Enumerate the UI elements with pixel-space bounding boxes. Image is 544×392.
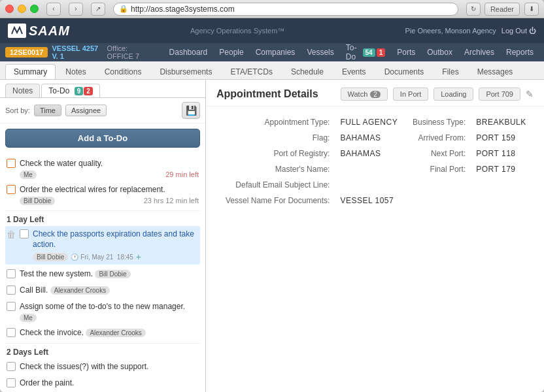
table-row: Vessel Name For Documents: VESSEL 1057 <box>216 193 534 208</box>
nav-outbox[interactable]: Outbox <box>422 43 458 61</box>
table-row: Port of Registry: BAHAMAS Next Port: POR… <box>216 146 534 161</box>
watch-button[interactable]: Watch 2 <box>341 88 388 101</box>
todo-item: Check the issues(?) with the support. <box>5 359 200 375</box>
downloads-button[interactable]: ⬇ <box>524 3 539 16</box>
panel-todo-badge-green: 9 <box>75 87 84 95</box>
tab-summary[interactable]: Summary <box>5 64 56 79</box>
nav-companies[interactable]: Companies <box>250 43 301 61</box>
tab-etaetcds[interactable]: ETA/ETCDs <box>222 64 280 79</box>
loading-button[interactable]: Loading <box>434 88 473 101</box>
assignee-inline-4: Bill Dobie <box>95 270 130 278</box>
tab-schedule[interactable]: Schedule <box>282 64 332 79</box>
right-panel: Appointment Details Watch 2 In Port Load… <box>206 80 544 392</box>
sort-by-time[interactable]: Time <box>34 105 61 116</box>
panel-tabs: Notes To-Do 9 2 <box>0 80 205 98</box>
port-button[interactable]: Port 709 <box>479 88 520 101</box>
nav-archives[interactable]: Archives <box>459 43 500 61</box>
vessel-name[interactable]: VESSEL 4257 V. 1 <box>52 44 104 60</box>
nav-vessels[interactable]: Vessels <box>301 43 339 61</box>
nav-people[interactable]: People <box>214 43 248 61</box>
todo-checkbox-6[interactable] <box>7 302 16 311</box>
todo-item: Call Bill. Alexander Crooks <box>5 282 200 299</box>
logo-icon <box>8 24 26 38</box>
field-label: Final Port: <box>405 161 471 177</box>
todo-text-1: Check the water quality. <box>20 158 199 169</box>
todo-text-5: Call Bill. Alexander Crooks <box>20 285 199 296</box>
app-header: SAAM Agency Operations System™ Pie Oneer… <box>0 18 544 43</box>
title-bar: ‹ › ↗ 🔒 http://aos.stage3systems.com ↻ R… <box>0 0 544 18</box>
tab-notes[interactable]: Notes <box>57 64 94 79</box>
todo-checkbox-3[interactable] <box>20 229 29 238</box>
add-icon-3[interactable]: + <box>136 252 141 262</box>
reader-button[interactable]: Reader <box>484 3 520 16</box>
edit-icon[interactable]: ✎ <box>526 89 534 99</box>
save-button[interactable]: 💾 <box>182 102 200 119</box>
tab-messages[interactable]: Messages <box>469 64 522 79</box>
top-nav: 12SE0017 VESSEL 4257 V. 1 Office: OFFICE… <box>0 43 544 61</box>
vessel-id-tag[interactable]: 12SE0017 <box>5 47 48 57</box>
nav-dashboard[interactable]: Dashboard <box>164 43 213 61</box>
time-left-1: 29 min left <box>165 171 199 178</box>
add-todo-button[interactable]: Add a To-Do <box>5 129 200 148</box>
right-panel-header: Appointment Details Watch 2 In Port Load… <box>206 80 544 106</box>
todo-text-6: Assign some of the to-do's to the new ma… <box>20 301 199 312</box>
panel-tab-todo[interactable]: To-Do 9 2 <box>41 84 99 97</box>
tab-files[interactable]: Files <box>434 64 467 79</box>
todo-list: Check the water quality. Me 29 min left … <box>0 153 205 392</box>
todo-checkbox-5[interactable] <box>7 286 16 295</box>
assignee-inline-5: Alexander Crooks <box>50 286 110 295</box>
back-button[interactable]: ‹ <box>46 3 61 16</box>
address-bar[interactable]: 🔒 http://aos.stage3systems.com <box>113 3 458 16</box>
section-header-2day: 2 Days Left <box>5 343 200 359</box>
tab-disbursements[interactable]: Disbursements <box>151 64 220 79</box>
todo-checkbox-1[interactable] <box>7 159 16 168</box>
todo-checkbox-7[interactable] <box>7 328 16 337</box>
logout-button[interactable]: Log Out ⏻ <box>502 27 536 35</box>
todo-checkbox-4[interactable] <box>7 269 16 278</box>
todo-checkbox-8[interactable] <box>7 362 16 371</box>
forward-button[interactable]: › <box>69 3 83 16</box>
todo-badge-red: 1 <box>377 48 386 57</box>
nav-reports[interactable]: Reports <box>501 43 539 61</box>
watch-label: Watch <box>348 90 368 98</box>
close-button[interactable] <box>5 5 14 13</box>
todo-text-9: Order the paint. <box>20 378 199 389</box>
maximize-button[interactable] <box>30 5 39 13</box>
field-value: BAHAMAS <box>335 130 405 146</box>
field-label: Vessel Name For Documents: <box>216 193 335 208</box>
saam-logo: SAAM <box>8 24 70 39</box>
fields-table: Appointment Type: FULL AGENCY Business T… <box>216 114 534 208</box>
todo-text-4: Test the new system. Bill Dobie <box>20 269 199 280</box>
power-icon: ⏻ <box>529 27 536 35</box>
system-name: Agency Operations System™ <box>190 27 284 35</box>
nav-todo[interactable]: To-Do 54 1 <box>341 43 391 61</box>
tab-conditions[interactable]: Conditions <box>96 64 150 79</box>
tab-documents[interactable]: Documents <box>376 64 433 79</box>
todo-text-2: Order the electrical wires for replaceme… <box>20 184 199 195</box>
main-content: Notes To-Do 9 2 Sort by: Time Assignee 💾… <box>0 80 544 392</box>
todo-checkbox-2[interactable] <box>7 185 16 194</box>
field-label: Appointment Type: <box>216 114 335 130</box>
assignee-tag-2: Bill Dobie <box>20 197 55 205</box>
field-value: VESSEL 1057 <box>335 193 534 208</box>
nav-ports[interactable]: Ports <box>392 43 420 61</box>
panel-tab-notes[interactable]: Notes <box>5 84 40 97</box>
field-label: Flag: <box>216 130 335 146</box>
field-value <box>335 177 534 193</box>
sort-by-assignee[interactable]: Assignee <box>65 105 107 116</box>
todo-date-3: 🕐 Fri, May 21 18:45 <box>71 253 133 261</box>
section-header-1day: 1 Day Left <box>5 210 200 226</box>
logout-label: Log Out <box>502 27 527 35</box>
todo-item: Test the new system. Bill Dobie <box>5 266 200 282</box>
delete-icon-3[interactable]: 🗑 <box>7 229 16 240</box>
todo-item-highlighted: 🗑 Check the passports expiration dates a… <box>5 226 200 265</box>
tab-events[interactable]: Events <box>333 64 375 79</box>
in-port-button[interactable]: In Port <box>393 88 428 101</box>
field-value: PORT 179 <box>471 161 534 177</box>
reload-button[interactable]: ↻ <box>466 3 481 16</box>
todo-checkbox-9[interactable] <box>7 378 16 387</box>
share-button[interactable]: ↗ <box>91 3 105 16</box>
todo-text-7: Check the invoice. Alexander Crooks <box>20 327 199 338</box>
minimize-button[interactable] <box>18 5 26 13</box>
header-right: Pie Oneers, Monson Agency Log Out ⏻ <box>405 27 536 35</box>
